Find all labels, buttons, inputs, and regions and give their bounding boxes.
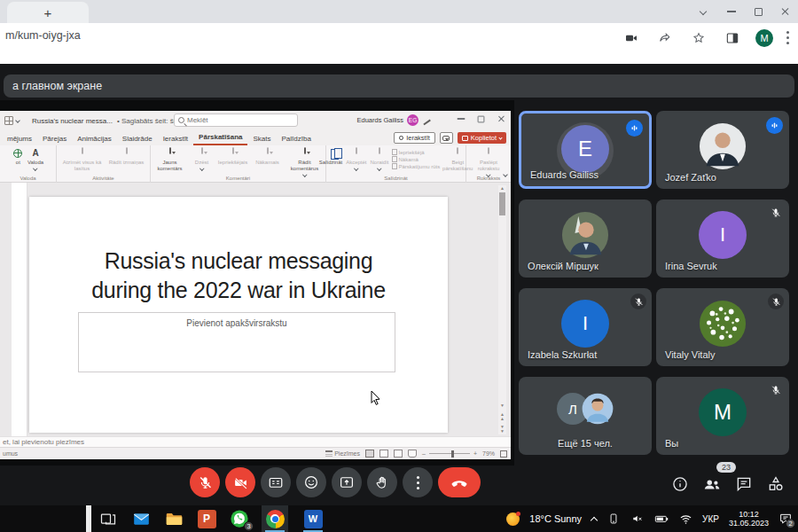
- zoom-slider-thumb[interactable]: [451, 450, 454, 458]
- whatsapp-icon[interactable]: 3: [229, 508, 250, 529]
- tray-expand-chevron-icon[interactable]: [591, 516, 598, 523]
- delete-comment-button[interactable]: Dzēst: [191, 147, 214, 169]
- mark-all-read-button[interactable]: Atzīmēt visus kā lasītus: [60, 147, 105, 172]
- ppt-search-box[interactable]: [174, 113, 298, 127]
- notes-toggle-button[interactable]: Piezīmes: [325, 450, 360, 457]
- weather-sun-icon[interactable]: [506, 512, 520, 526]
- slide-scrollbar[interactable]: [498, 185, 506, 434]
- meeting-details-icon[interactable]: [669, 473, 690, 494]
- powerpoint-icon[interactable]: P: [196, 508, 217, 529]
- tile-vitaly-vitaly[interactable]: Vitaly Vitaly: [656, 288, 789, 366]
- mic-toggle-button[interactable]: [190, 467, 220, 497]
- task-view-icon[interactable]: [98, 508, 119, 529]
- next-revision-button[interactable]: Nākamā: [392, 156, 419, 162]
- activities-icon[interactable]: [765, 473, 786, 494]
- tile-oleksii-mirshuk[interactable]: Олексій Міршук: [519, 200, 652, 278]
- tab-skats[interactable]: Skats: [247, 132, 276, 145]
- language-indicator[interactable]: УКР: [702, 514, 719, 524]
- zoom-level[interactable]: 79%: [482, 450, 495, 457]
- slideshow-button[interactable]: [408, 450, 417, 458]
- reactions-button[interactable]: [296, 467, 326, 497]
- ppt-search-input[interactable]: [187, 116, 276, 124]
- tab-animacijas[interactable]: Animācijas: [72, 132, 117, 145]
- hide-ink-button[interactable]: Paslēpt rokrakstu: [469, 147, 508, 176]
- next-comment-button[interactable]: Nākamais: [253, 147, 283, 166]
- camera-toggle-button[interactable]: [225, 467, 255, 497]
- notifications-icon[interactable]: 2: [778, 512, 793, 526]
- accept-button[interactable]: Akceptēt: [345, 147, 367, 169]
- tile-jozef-zatko[interactable]: Jozef Zaťko: [656, 111, 789, 189]
- previous-comment-button[interactable]: Iepriekšējais: [215, 147, 251, 166]
- tab-slaidrade[interactable]: Slaidrāde: [117, 132, 158, 145]
- tab-palidziba[interactable]: Palīdzība: [276, 132, 316, 145]
- ppt-minimize-button[interactable]: [458, 118, 466, 119]
- weather-text[interactable]: 18°C Sunny: [529, 513, 582, 524]
- new-tab-button[interactable]: +: [7, 2, 89, 23]
- revision-pane-button[interactable]: Pārskatījumu rūts: [392, 163, 441, 169]
- window-close-button[interactable]: [778, 5, 791, 18]
- slide-title[interactable]: Russia's nuclear messagingduring the 202…: [29, 246, 448, 305]
- subtitle-placeholder[interactable]: Pievienot apakšvirsrakstu: [78, 312, 395, 372]
- slide-canvas[interactable]: Russia's nuclear messagingduring the 202…: [29, 197, 448, 433]
- tab-noformejums[interactable]: mējums: [2, 132, 37, 145]
- device-icon[interactable]: [606, 512, 621, 526]
- word-icon[interactable]: W: [300, 505, 326, 532]
- quick-access-toolbar[interactable]: [4, 116, 20, 125]
- present-button[interactable]: [332, 467, 362, 497]
- new-comment-button[interactable]: Jauns komentārs: [152, 147, 189, 172]
- ppt-close-button[interactable]: [497, 115, 505, 123]
- participants-icon[interactable]: [701, 473, 722, 494]
- ppt-account[interactable]: Eduards Gailiss EG: [356, 114, 431, 126]
- tile-more-people[interactable]: Л Ещё 15 чел.: [519, 377, 652, 455]
- scrollbar-thumb[interactable]: [499, 192, 505, 215]
- previous-slide-icon[interactable]: ▲▲: [500, 412, 505, 421]
- more-options-button[interactable]: [403, 467, 433, 497]
- browser-kebab-menu-icon[interactable]: [786, 36, 789, 39]
- ppt-restore-button[interactable]: [478, 115, 485, 122]
- notes-hint-bar[interactable]: et, lai pievienotu piezīmes: [0, 436, 511, 447]
- window-restore-button[interactable]: [752, 5, 764, 18]
- slide-thumbnail-pane[interactable]: [12, 183, 27, 436]
- bookmark-star-icon[interactable]: [688, 27, 708, 48]
- browser-menu-chevron-icon[interactable]: [697, 5, 709, 18]
- record-button[interactable]: Ierakstīt: [394, 132, 435, 144]
- url-text[interactable]: m/kum-oiyg-jxa: [5, 29, 81, 42]
- translate-button[interactable]: ot: [12, 147, 25, 166]
- share-koplietot-button[interactable]: Koplietot: [458, 132, 506, 144]
- side-panel-icon[interactable]: [722, 27, 742, 48]
- zoom-out-button[interactable]: –: [422, 450, 426, 457]
- raise-hand-button[interactable]: [367, 467, 397, 497]
- zoom-in-button[interactable]: +: [473, 450, 477, 457]
- next-slide-icon[interactable]: ▼▼: [500, 425, 505, 434]
- camera-in-use-icon[interactable]: [621, 27, 641, 48]
- slide-sorter-view-button[interactable]: [379, 450, 388, 458]
- battery-icon[interactable]: [654, 512, 669, 526]
- fit-to-window-icon[interactable]: [500, 450, 507, 458]
- scroll-down-icon[interactable]: ▼: [500, 403, 505, 408]
- leave-call-button[interactable]: [438, 467, 481, 497]
- chrome-icon[interactable]: [262, 505, 288, 532]
- tab-parskatisana[interactable]: Pārskatīšana: [193, 130, 247, 145]
- clock[interactable]: 10:12 31.05.2023: [729, 510, 769, 528]
- scroll-up-icon[interactable]: ▲: [500, 186, 505, 191]
- share-icon[interactable]: [654, 27, 675, 48]
- previous-revision-button[interactable]: Iepriekšējā: [392, 149, 425, 155]
- language-button[interactable]: AValoda: [27, 147, 44, 169]
- ink-pen-icon[interactable]: [422, 116, 431, 125]
- volume-muted-icon[interactable]: [630, 512, 645, 526]
- normal-view-button[interactable]: [365, 450, 374, 458]
- tile-eduards-gailiss[interactable]: E Eduards Gailiss: [519, 111, 652, 189]
- show-changes-button[interactable]: Rādīt izmaiņas: [106, 147, 147, 166]
- tile-irina-sevruk[interactable]: I Irina Sevruk: [656, 200, 789, 278]
- captions-button[interactable]: [261, 467, 291, 497]
- zoom-slider[interactable]: [429, 453, 470, 454]
- comments-button[interactable]: [440, 132, 453, 144]
- profile-avatar[interactable]: M: [755, 29, 773, 47]
- file-explorer-icon[interactable]: [163, 508, 184, 529]
- tile-izabela-szkurlat[interactable]: I Izabela Szkurłat: [519, 288, 652, 366]
- reject-button[interactable]: Noraidīt: [370, 147, 390, 169]
- chat-icon[interactable]: [733, 473, 754, 494]
- mail-icon[interactable]: [130, 508, 152, 529]
- tile-you[interactable]: M Вы: [656, 377, 789, 455]
- tab-parejas[interactable]: Pārejas: [37, 132, 72, 145]
